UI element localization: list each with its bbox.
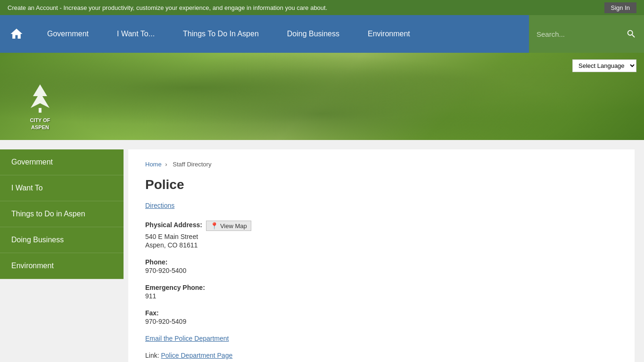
link-label: Link: xyxy=(145,352,159,359)
view-map-button[interactable]: 📍 View Map xyxy=(206,221,251,231)
banner-message: Create an Account - Increase your produc… xyxy=(8,4,327,11)
department-page-link[interactable]: Police Department Page xyxy=(161,352,232,359)
fax-value: 970-920-5409 xyxy=(145,318,618,325)
search-input[interactable] xyxy=(537,30,626,38)
page-title: Police xyxy=(145,177,618,192)
sidebar-item-government[interactable]: Government xyxy=(0,149,124,175)
content-area: Home › Staff Directory Police Directions… xyxy=(128,149,635,362)
sidebar-item-doing-business[interactable]: Doing Business xyxy=(0,227,124,253)
email-link[interactable]: Email the Police Department xyxy=(145,335,229,342)
sidebar-item-environment[interactable]: Environment xyxy=(0,253,124,279)
address-line1: 540 E Main Street xyxy=(145,233,618,240)
search-icon[interactable] xyxy=(626,29,636,39)
city-name: CITY OFASPEN xyxy=(30,117,50,131)
email-section: Email the Police Department xyxy=(145,335,618,342)
breadcrumb-separator: › xyxy=(165,161,167,168)
sidebar-item-i-want-to[interactable]: I Want To xyxy=(0,175,124,201)
navbar: Government I Want To... Things To Do In … xyxy=(0,15,644,53)
nav-things-to-do[interactable]: Things To Do In Aspen xyxy=(169,15,273,53)
nav-i-want-to[interactable]: I Want To... xyxy=(103,15,169,53)
nav-environment[interactable]: Environment xyxy=(354,15,424,53)
breadcrumb-home[interactable]: Home xyxy=(145,161,162,168)
hero-background xyxy=(0,53,644,140)
nav-doing-business[interactable]: Doing Business xyxy=(273,15,354,53)
breadcrumb-current: Staff Directory xyxy=(173,161,211,168)
sign-in-button[interactable]: Sign In xyxy=(604,2,636,13)
physical-address-label: Physical Address: xyxy=(145,221,202,229)
language-select[interactable]: Select Language xyxy=(572,59,636,72)
search-bar xyxy=(529,15,644,53)
phone-label: Phone: xyxy=(145,258,167,266)
home-button[interactable] xyxy=(0,15,33,53)
sidebar: Government I Want To Things to Do in Asp… xyxy=(0,140,124,362)
city-logo: CITY OFASPEN xyxy=(24,82,57,131)
nav-government[interactable]: Government xyxy=(33,15,103,53)
phone-section: Phone: 970-920-5400 xyxy=(145,258,618,274)
emergency-phone-label: Emergency Phone: xyxy=(145,284,205,291)
main-content: Government I Want To Things to Do in Asp… xyxy=(0,140,644,362)
sidebar-item-things-to-do[interactable]: Things to Do in Aspen xyxy=(0,201,124,227)
map-pin-icon: 📍 xyxy=(210,222,218,230)
breadcrumb: Home › Staff Directory xyxy=(145,161,618,168)
aspen-logo-icon xyxy=(24,82,57,115)
emergency-phone-section: Emergency Phone: 911 xyxy=(145,284,618,300)
home-icon xyxy=(9,27,24,41)
directions-link[interactable]: Directions xyxy=(145,202,174,209)
svg-marker-0 xyxy=(31,84,50,108)
link-section: Link: Police Department Page xyxy=(145,352,618,359)
address-line2: Aspen, CO 81611 xyxy=(145,241,618,249)
hero-section: CITY OFASPEN Select Language xyxy=(0,53,644,140)
fax-label: Fax: xyxy=(145,309,159,317)
nav-links: Government I Want To... Things To Do In … xyxy=(33,15,529,53)
phone-value: 970-920-5400 xyxy=(145,267,618,274)
physical-address-section: Physical Address: 📍 View Map 540 E Main … xyxy=(145,221,618,249)
top-banner: Create an Account - Increase your produc… xyxy=(0,0,644,15)
svg-rect-1 xyxy=(39,108,41,113)
translate-widget[interactable]: Select Language xyxy=(572,59,636,72)
sidebar-menu: Government I Want To Things to Do in Asp… xyxy=(0,149,124,279)
emergency-phone-value: 911 xyxy=(145,292,618,300)
fax-section: Fax: 970-920-5409 xyxy=(145,309,618,325)
